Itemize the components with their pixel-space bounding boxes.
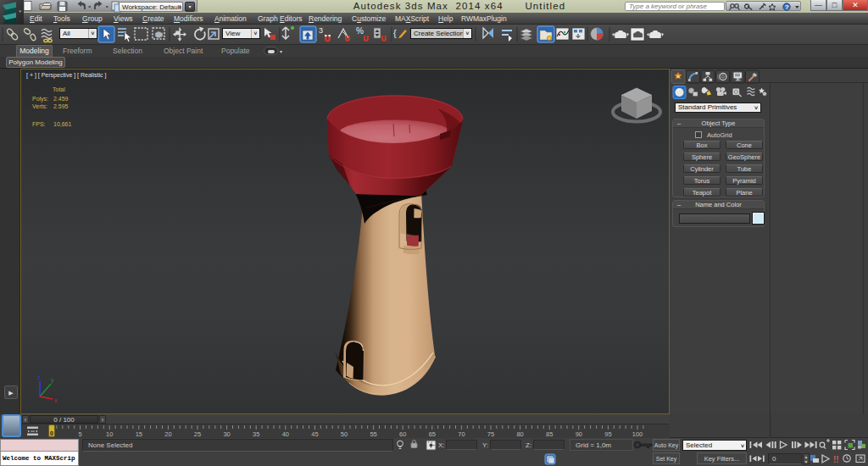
- svg-text:{: {: [393, 28, 397, 38]
- svg-text:%: %: [356, 26, 364, 36]
- svg-text:?: ?: [785, 3, 789, 11]
- svg-text:3: 3: [319, 26, 323, 35]
- svg-text:z: z: [37, 374, 41, 380]
- svg-text:!!: !!: [833, 455, 839, 464]
- svg-text:x: x: [54, 397, 58, 403]
- svg-text:y: y: [51, 377, 54, 384]
